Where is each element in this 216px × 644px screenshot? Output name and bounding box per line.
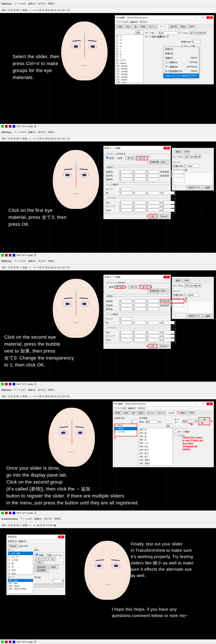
maximize-icon[interactable]: ☐ [199, 16, 206, 19]
pmxview-menubar: PMXView ファイル(F) 編集(E) 表示(V) 情報(I) [0, 0, 216, 8]
status-green [1, 125, 4, 128]
display-group-list[interactable]: 0 : Root 1 : [表情] 2 : その他 [114, 424, 137, 436]
ctx-select-all[interactable]: 全て範囲選択(G)Ctrl+A [163, 69, 199, 74]
z-button[interactable]: Z [49, 557, 55, 561]
window-controls: — ☐ ✕ [192, 16, 213, 19]
material-morph-btn[interactable]: 材質モーフ [186, 186, 202, 189]
morph-type-value: 材質モーフ [157, 35, 169, 38]
pmx-tabs: 情報 頂点 面 材質 ボーン モーフ 表示枠 剛体 Joint [115, 24, 214, 29]
radio-add[interactable] [115, 156, 117, 159]
panel-select[interactable]: 右下 (その他) [189, 31, 206, 35]
close-icon[interactable]: ✕ [206, 16, 213, 19]
panel-5: TransformView ファイル(F)編集(E)表示(V)情報(I) 選択:… [0, 515, 216, 644]
target-index[interactable] [192, 40, 200, 44]
ctx-copy[interactable]: 複製(C)Ctrl+D [163, 56, 199, 60]
all1-button[interactable]: 全て1 [125, 156, 136, 160]
instruction-2: Click on the first eye material, press 全… [9, 207, 66, 228]
pmx-menu-file[interactable]: ファイル(F) [116, 20, 128, 24]
bone-list[interactable]: 0 : 全ての親1 : センター2 : 上半身 3 : 首4 : 頭5 : 右目… [8, 552, 33, 575]
morph-index[interactable] [135, 30, 144, 34]
status-red [5, 125, 8, 128]
pmx-menu-edit[interactable]: 編集(E) [130, 20, 138, 24]
reset-init-button[interactable]: 初期状態へ戻す [147, 160, 168, 164]
menu-info[interactable]: 情報(I) [48, 2, 54, 5]
status-is[interactable]: Is ▾ [22, 125, 26, 128]
all0-button-2[interactable]: 全て0 [140, 285, 151, 289]
pmx-title: Pmx編集 - Head (Jinomu).pmx * [116, 16, 149, 19]
panel-4: PMXView ファイル(F)編集(E)表示(V)情報(I) 選択: 頂 面 骨… [0, 386, 216, 515]
instruction-5b: I hope this helps, if you have any quest… [112, 606, 188, 619]
material-morph-edit-dialog: 材質モーフ編集✕ オフセット演算形式 乗算 加算 全て1 全て0 1 初期状態へ… [103, 146, 171, 219]
menu-file[interactable]: ファイル(F) [14, 2, 26, 5]
menu-view[interactable]: 表示(V) [38, 2, 46, 5]
instruction-4: Once your slider is done, go into the di… [6, 464, 139, 506]
label-morph-type: モーフ種類 [145, 35, 156, 38]
instruction-1: Select the slider, then press Ctrl+V to … [13, 53, 60, 81]
status-mode: mode [27, 125, 33, 128]
ctx-up[interactable]: 上へ移動(U)Ctrl+Up [163, 60, 199, 65]
tab-info[interactable]: 情報 [116, 25, 124, 29]
close-icon[interactable]: ✕ [163, 147, 170, 150]
ctx-down[interactable]: 下へ移動(O)Ctrl+Down [163, 65, 199, 69]
morph-list[interactable]: 0 : び1 : ひ2 : や 3 : a4 : i5 : u 6 : e7 :… [116, 34, 144, 83]
add-button[interactable]: ←追加 [198, 417, 210, 425]
panel-3: PMXView ファイル(F)編集(E)表示(V)情報(I) 選択: 頂 面 骨… [0, 257, 216, 386]
status-purple [9, 125, 12, 128]
target-index-2[interactable] [184, 164, 199, 168]
status-seg[interactable]: 正 [34, 125, 37, 128]
morph-name-input[interactable] [158, 31, 177, 34]
status-na[interactable]: na ▾ [17, 125, 21, 128]
model-face [61, 22, 108, 80]
ok-button[interactable]: OK [148, 214, 157, 218]
all0-button[interactable]: 全て0 [136, 156, 147, 160]
toolbar-5[interactable]: 選択: 頂 面 骨 剛 J | 範囲: □ | ○ ● | 動 拡 派 PS M… [0, 523, 216, 528]
toolbar[interactable]: 選択: 頂 面 骨 剛 J | 範囲: □ | ○ ● | 字形 表 運 絞 動… [0, 8, 216, 13]
tab-display-active[interactable]: 表示枠 [166, 411, 176, 415]
tab-bone[interactable]: ボーン [147, 25, 158, 29]
radio-mul-2[interactable] [106, 285, 109, 288]
lang-icon[interactable]: 日 [173, 155, 175, 158]
panel-1: PMXView ファイル(F) 編集(E) 表示(V) 情報(I) 選択: 頂 … [0, 0, 216, 128]
lang-icon[interactable]: 日 [178, 32, 180, 34]
panel-2: PMXView ファイル(F) 編集(E) 表示(V) 情報(I) 選択: 頂 … [0, 128, 216, 257]
edit-btn[interactable]: 編集 [203, 186, 212, 189]
tab-face[interactable]: 面 [133, 25, 139, 29]
ctx-index-copy-add[interactable]: Indexコピーから追加(V)Ctrl+V [163, 74, 199, 78]
frame-elements-list[interactable]: MO: 頭MO: 横MO: 縦 MO: 斜MO: にたMO: 眉上 MO: 眉下… [139, 428, 173, 466]
tab-vertex[interactable]: 頂点 [124, 25, 132, 29]
ok-button-2[interactable]: OK [148, 344, 157, 348]
label-morph-name: モーフ名: [145, 32, 158, 34]
opacity-input[interactable] [171, 300, 184, 303]
tab-material[interactable]: 材質 [139, 25, 147, 29]
rate-value[interactable] [53, 579, 64, 583]
pmxview-menubar-2: PMXView ファイル(F) 編集(E) 表示(V) 情報(I) [0, 128, 216, 136]
tab-morph[interactable]: モーフ [158, 25, 168, 29]
ctx-value[interactable]: 値変(V) [163, 47, 199, 52]
radio-mul[interactable] [106, 156, 109, 159]
morph-slider[interactable] [34, 584, 64, 587]
model-face-3 [53, 279, 99, 338]
ctx-new[interactable]: 新規(N) [163, 52, 199, 56]
minimize-icon[interactable]: — [192, 16, 199, 19]
material-morph-edit-dialog-2: 材質モーフ編集✕ オフセット演算形式 乗算 加算1 全て1 全て02 初期状態へ… [103, 274, 171, 349]
app-title: PMXView [1, 2, 12, 5]
instruction-3: Click on the second eye material, press … [4, 334, 74, 368]
model-face-4 [49, 408, 95, 467]
transformview-title: TransformView [1, 518, 18, 520]
tab-rigid[interactable]: 剛体 [179, 25, 187, 29]
transform-operation-dialog: 変形操作✕ 初期化(I)編集(E) Reset 全体 R-M ボーン 0 : 全… [6, 534, 65, 595]
tab-display[interactable]: 表示枠 [168, 25, 179, 29]
instruction-5a: Finally, test out your slider in Transfo… [131, 541, 194, 579]
toolbar-2[interactable]: 選択: 頂 面 骨 剛 J | 範囲: □ | ○ ● | 字形 表 運 絞 動… [0, 136, 216, 142]
tab-joint[interactable]: Joint [187, 25, 196, 29]
pmx-menu-view[interactable]: 表示(V) [140, 20, 147, 24]
morph-list-tv[interactable]: 100 : Eye101 : tear 102 : shock103 : hea… [8, 579, 33, 594]
reset-button[interactable]: Reset [8, 544, 19, 548]
cancel-button[interactable]: Cancel [158, 214, 169, 218]
radio-add-2[interactable] [116, 285, 119, 288]
menu-edit[interactable]: 編集(E) [28, 2, 36, 5]
context-menu: 値変(V) 新規(N) 複製(C)Ctrl+D 上へ移動(U)Ctrl+Up 下… [163, 47, 199, 78]
label-panel: パネル [181, 32, 188, 34]
model-face-2 [53, 150, 99, 209]
status-blue [13, 125, 15, 128]
